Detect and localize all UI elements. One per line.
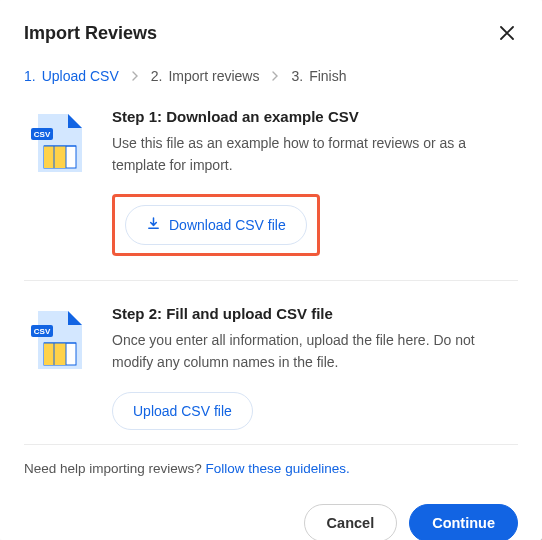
step-1-section: CSV Step 1: Download an example CSV Use … — [24, 84, 518, 281]
svg-rect-12 — [54, 343, 66, 365]
svg-rect-4 — [54, 146, 66, 168]
svg-rect-3 — [44, 146, 54, 168]
download-csv-button[interactable]: Download CSV file — [125, 205, 307, 245]
step-1-title: Step 1: Download an example CSV — [112, 108, 518, 125]
svg-rect-11 — [44, 343, 54, 365]
continue-button[interactable]: Continue — [409, 504, 518, 540]
download-csv-label: Download CSV file — [169, 217, 286, 233]
chevron-right-icon — [131, 71, 139, 81]
upload-csv-label: Upload CSV file — [133, 403, 232, 419]
csv-file-icon: CSV — [24, 108, 90, 256]
close-icon[interactable] — [496, 22, 518, 44]
step-2-section: CSV Step 2: Fill and upload CSV file Onc… — [24, 281, 518, 439]
svg-text:CSV: CSV — [34, 130, 51, 139]
modal-header: Import Reviews — [24, 22, 518, 44]
csv-file-icon: CSV — [24, 305, 90, 429]
stepper-step-finish[interactable]: 3. Finish — [291, 68, 346, 84]
step-2-title: Step 2: Fill and upload CSV file — [112, 305, 518, 322]
step-1-description: Use this file as an example how to forma… — [112, 133, 518, 176]
help-guidelines-link[interactable]: Follow these guidelines. — [206, 461, 350, 476]
cancel-button[interactable]: Cancel — [304, 504, 398, 540]
upload-csv-button[interactable]: Upload CSV file — [112, 392, 253, 430]
modal-footer: Cancel Continue — [24, 504, 518, 540]
stepper-step-upload-csv[interactable]: 1. Upload CSV — [24, 68, 119, 84]
help-row: Need help importing reviews? Follow thes… — [24, 444, 518, 476]
download-icon — [146, 216, 161, 234]
chevron-right-icon — [271, 71, 279, 81]
help-text: Need help importing reviews? — [24, 461, 206, 476]
svg-text:CSV: CSV — [34, 327, 51, 336]
download-button-highlight: Download CSV file — [112, 194, 320, 256]
stepper: 1. Upload CSV 2. Import reviews 3. Finis… — [24, 68, 518, 84]
modal-title: Import Reviews — [24, 23, 157, 44]
import-reviews-modal: Import Reviews 1. Upload CSV 2. Import r… — [0, 0, 542, 540]
step-2-description: Once you enter all information, upload t… — [112, 330, 518, 373]
stepper-step-import-reviews[interactable]: 2. Import reviews — [151, 68, 260, 84]
